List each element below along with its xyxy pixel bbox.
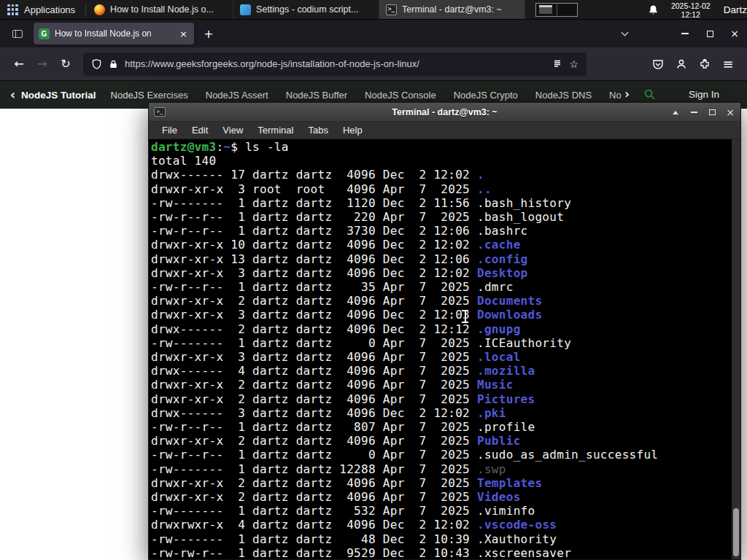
workspace-switcher[interactable] (535, 3, 578, 17)
terminal-line: drwx------ 4 dartz dartz 4096 Apr 7 2025… (151, 364, 730, 378)
terminal-line: -rw-r--r-- 1 dartz dartz 0 Apr 7 2025 .s… (151, 448, 730, 462)
notification-bell-icon[interactable] (645, 4, 662, 15)
terminal-line: drwx------ 3 dartz dartz 4096 Dec 2 12:0… (151, 406, 730, 420)
firefox-view-icon[interactable] (7, 24, 28, 43)
hamburger-menu-icon[interactable]: ≡ (716, 52, 740, 76)
terminal-line: -rw------- 1 dartz dartz 0 Apr 7 2025 .I… (151, 336, 730, 350)
scrollbar-thumb[interactable] (733, 508, 739, 556)
terminal-line: -rw-r--r-- 1 dartz dartz 220 Apr 7 2025 … (151, 210, 730, 224)
terminal-line: -rw------- 1 dartz dartz 1120 Dec 2 11:5… (151, 196, 730, 210)
terminal-line: -rw------- 1 dartz dartz 12288 Apr 7 202… (151, 462, 730, 476)
url-text[interactable]: https://www.geeksforgeeks.org/node-js/in… (125, 58, 546, 69)
back-button[interactable]: ← (7, 52, 31, 76)
minimize-icon (681, 33, 689, 34)
firefox-icon (94, 4, 105, 15)
gfg-nav-link[interactable]: NodeJS Crypto (454, 90, 518, 101)
bookmark-star-icon[interactable]: ☆ (569, 58, 578, 70)
workspace-mini-window (539, 5, 552, 14)
forward-button[interactable]: → (31, 52, 54, 76)
terminal-line: total 140 (151, 154, 730, 168)
shade-button[interactable] (671, 103, 680, 122)
terminal-line: drwxr-xr-x 3 dartz dartz 4096 Dec 2 12:0… (151, 308, 730, 322)
panel-user-label[interactable]: Dartz (719, 4, 747, 15)
terminal-menu-edit[interactable]: Edit (185, 122, 215, 138)
top-panel: Applications How to Install Node.js o...… (0, 0, 747, 20)
terminal-scrollbar[interactable] (732, 139, 740, 559)
workspace-cell-active[interactable] (536, 4, 557, 16)
panel-clock[interactable]: 2025-12-02 12:12 (662, 1, 719, 19)
account-icon[interactable] (670, 52, 693, 76)
desktop: Applications How to Install Node.js o...… (0, 0, 747, 560)
minimize-button[interactable] (673, 20, 697, 47)
tabs-list-chevron-icon[interactable] (617, 28, 632, 39)
gfg-nav-link[interactable]: NodeJS Exercises (111, 90, 188, 101)
terminal-menu-tabs[interactable]: Tabs (301, 122, 335, 138)
terminal-line: -rw------- 1 dartz dartz 48 Dec 2 10:39 … (151, 532, 730, 546)
gfg-nav-link[interactable]: NodeJS Buffer (286, 90, 347, 101)
terminal-line: drwxr-xr-x 2 dartz dartz 4096 Apr 7 2025… (151, 294, 730, 308)
chevron-left-icon[interactable]: ‹ (10, 89, 15, 101)
terminal-line: drwx------ 2 dartz dartz 4096 Dec 2 12:1… (151, 322, 730, 336)
clock-time: 12:12 (662, 10, 719, 19)
minimize-icon (691, 112, 697, 113)
search-icon[interactable] (643, 88, 656, 104)
terminal-menu-file[interactable]: File (155, 122, 185, 138)
terminal-viewport: dartz@vm3:~$ ls -latotal 140drwx------ 1… (149, 139, 740, 559)
reload-button[interactable]: ↻ (54, 52, 77, 76)
sign-in-button[interactable]: Sign In (689, 89, 719, 100)
reader-view-icon[interactable] (552, 59, 562, 69)
maximize-icon (709, 109, 716, 115)
terminal-line: drwxr-xr-x 10 dartz dartz 4096 Dec 2 12:… (151, 238, 730, 252)
terminal-titlebar[interactable]: >_ Terminal - dartz@vm3: ~ × (149, 103, 740, 122)
terminal-line: -rw-r--r-- 1 dartz dartz 3730 Dec 2 12:0… (151, 224, 730, 238)
maximize-button[interactable] (697, 20, 722, 47)
panel-task-title: Settings - codium script... (256, 4, 358, 15)
gfg-nav-link[interactable]: NodeJS DNS (535, 90, 592, 101)
workspace-cell[interactable] (557, 4, 578, 16)
applications-menu-label: Applications (24, 4, 75, 15)
tracking-shield-icon[interactable] (91, 58, 102, 70)
terminal-line: drwxr-xr-x 2 dartz dartz 4096 Apr 7 2025… (151, 378, 730, 392)
terminal-app-icon: >_ (154, 107, 166, 117)
terminal-menubar: FileEditViewTerminalTabsHelp (149, 122, 740, 139)
mouse-cursor-ibeam (462, 310, 468, 323)
close-button[interactable]: × (722, 20, 747, 47)
terminal-output: dartz@vm3:~$ ls -latotal 140drwx------ 1… (151, 140, 730, 559)
tab-close-icon[interactable]: × (178, 28, 189, 40)
panel-task-title: Terminal - dartz@vm3: ~ (402, 4, 502, 15)
gfg-nav-link[interactable]: Node (609, 90, 621, 101)
browser-tab[interactable]: G How to Install Node.js on × (34, 23, 194, 44)
terminal-line: drwxr-xr-x 2 dartz dartz 4096 Apr 7 2025… (151, 434, 730, 448)
new-tab-button[interactable]: + (199, 24, 218, 43)
terminal-menu-help[interactable]: Help (336, 122, 370, 138)
tab-title: How to Install Node.js on (55, 28, 173, 39)
chevron-right-icon[interactable]: › (624, 88, 630, 101)
terminal-minimize-button[interactable] (689, 103, 698, 122)
gfg-favicon: G (39, 28, 50, 39)
terminal-window-buttons: × (671, 103, 735, 122)
applications-menu-button[interactable]: Applications (0, 0, 82, 19)
terminal-maximize-button[interactable] (708, 103, 716, 122)
gfg-nav-primary[interactable]: NodeJS Tutorial (21, 90, 96, 101)
applications-grid-icon (7, 4, 18, 15)
panel-task-codium[interactable]: Settings - codium script... (233, 0, 379, 19)
terminal-line: dartz@vm3:~$ ls -la (151, 140, 730, 154)
terminal-line: -rw-r--r-- 1 dartz dartz 807 Apr 7 2025 … (151, 420, 730, 434)
panel-task-list: How to Install Node.js o...Settings - co… (88, 0, 525, 19)
terminal-menu-view[interactable]: View (215, 122, 250, 138)
gfg-nav-links: NodeJS ExercisesNodeJS AssertNodeJS Buff… (111, 90, 622, 101)
gfg-nav-link[interactable]: NodeJS Console (365, 90, 436, 101)
url-bar[interactable]: https://www.geeksforgeeks.org/node-js/in… (83, 52, 587, 76)
lock-icon[interactable] (109, 59, 118, 69)
terminal-close-button[interactable]: × (726, 103, 735, 122)
terminal-menu-terminal[interactable]: Terminal (250, 122, 301, 138)
terminal-window: >_ Terminal - dartz@vm3: ~ × FileEditVie… (148, 102, 741, 560)
terminal-line: -rw------- 1 dartz dartz 532 Apr 7 2025 … (151, 504, 730, 518)
pocket-icon[interactable] (646, 52, 670, 76)
terminal-title: Terminal - dartz@vm3: ~ (149, 107, 740, 117)
panel-task-terminal[interactable]: >_Terminal - dartz@vm3: ~ (379, 0, 525, 19)
panel-task-firefox[interactable]: How to Install Node.js o... (88, 0, 233, 19)
terminal-line: drwxr-xr-x 13 dartz dartz 4096 Dec 2 12:… (151, 252, 730, 266)
gfg-nav-link[interactable]: NodeJS Assert (206, 90, 268, 101)
extensions-icon[interactable] (693, 52, 716, 76)
